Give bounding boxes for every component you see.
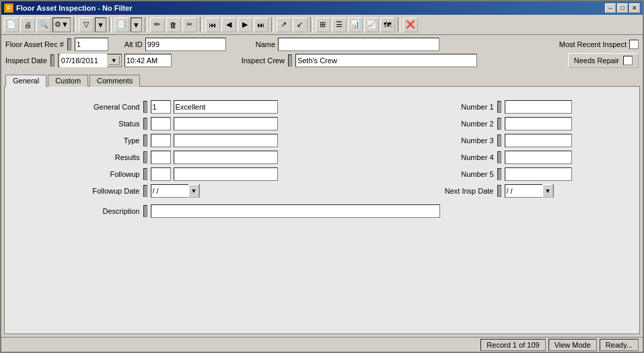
sep3	[145, 17, 147, 32]
inspect-time-input[interactable]	[124, 54, 172, 67]
view-mode-text: View Mode	[554, 341, 591, 349]
title-bar: F Floor Asset Inspection - No Filter – □…	[1, 1, 643, 15]
type-text-input[interactable]	[174, 134, 278, 147]
number4-input[interactable]	[505, 151, 572, 164]
next-insp-date-input[interactable]	[505, 187, 542, 195]
number4-label: Number 4	[440, 153, 494, 161]
general-cond-indicator	[143, 101, 147, 113]
map-button[interactable]: 🗺	[380, 17, 395, 32]
import-button[interactable]: ↙	[293, 17, 308, 32]
most-recent-checkbox[interactable]	[629, 40, 639, 49]
name-input[interactable]	[278, 38, 439, 51]
filter-button[interactable]: ▽	[79, 17, 94, 32]
needs-repair-button[interactable]: Needs Repair	[568, 53, 639, 68]
window-title: Floor Asset Inspection - No Filter	[16, 4, 133, 12]
number5-input[interactable]	[505, 167, 572, 181]
followup-label: Followup	[73, 170, 140, 178]
number3-input[interactable]	[505, 134, 572, 147]
export-button[interactable]: ↗	[277, 17, 291, 32]
followup-row: Followup	[73, 167, 440, 181]
sep7	[398, 17, 400, 32]
chart-button[interactable]: 📈	[364, 17, 379, 32]
pages-dropdown[interactable]: ▼	[131, 17, 142, 32]
delete-button[interactable]: 🗑	[166, 17, 181, 32]
followup-num-input[interactable]	[151, 167, 171, 181]
number3-row: Number 3	[440, 134, 572, 147]
view-mode-panel: View Mode	[548, 339, 597, 351]
status-text-input[interactable]	[174, 117, 278, 130]
minimize-button[interactable]: –	[605, 3, 616, 13]
next-insp-date-label: Next Insp Date	[440, 187, 494, 195]
number5-indicator	[497, 168, 501, 180]
search-dropdown-icon: ⚙▼	[55, 20, 69, 29]
nav-first[interactable]: ⏮	[205, 17, 220, 32]
description-label: Description	[73, 207, 140, 215]
pages-button[interactable]: 📑	[114, 17, 129, 32]
inspect-date-input[interactable]	[60, 54, 107, 67]
close-toolbar-button[interactable]: ❌	[403, 17, 418, 32]
inspect-date-dropdown[interactable]: ▼	[58, 54, 122, 67]
needs-repair-checkbox[interactable]	[623, 56, 633, 65]
close-button[interactable]: ✕	[629, 3, 640, 13]
number1-row: Number 1	[440, 100, 572, 114]
type-row: Type	[73, 134, 440, 147]
ready-text: Ready...	[606, 341, 633, 349]
tab-bar: General Custom Comments	[1, 73, 643, 86]
followup-indicator	[143, 168, 147, 180]
description-input[interactable]	[151, 204, 440, 218]
maximize-button[interactable]: □	[617, 3, 628, 13]
tab-general[interactable]: General	[5, 75, 46, 87]
number1-input[interactable]	[505, 100, 572, 114]
title-bar-left: F Floor Asset Inspection - No Filter	[4, 3, 133, 13]
cut-button[interactable]: ✂	[182, 17, 197, 32]
report-button[interactable]: 📊	[348, 17, 363, 32]
general-cond-text-input[interactable]	[174, 100, 278, 114]
status-indicator	[143, 118, 147, 130]
toolbar: 📄 🖨 🔍 ⚙▼ ▽ ▼ 📑 ▼ ✏ 🗑 ✂ ⏮ ◀ ▶ ⏭ ↗ ↙ ⊞ ☰ 📊…	[1, 15, 643, 35]
date-dropdown-arrow[interactable]: ▼	[108, 56, 120, 65]
title-bar-buttons: – □ ✕	[605, 3, 640, 13]
status-num-input[interactable]	[151, 117, 171, 130]
inspect-crew-indicator	[288, 54, 292, 67]
number2-label: Number 2	[440, 120, 494, 128]
tab-custom[interactable]: Custom	[48, 75, 88, 87]
inspect-date-indicator	[50, 54, 55, 67]
followup-date-indicator	[143, 185, 147, 197]
header-row2: Inspect Date ▼ Inspect Crew Needs Repair	[5, 53, 639, 68]
followup-date-label: Followup Date	[73, 187, 140, 195]
nav-next[interactable]: ▶	[238, 17, 252, 32]
next-insp-date-row: Next Insp Date ▼	[440, 184, 572, 198]
grid-button[interactable]: ⊞	[316, 17, 330, 32]
edit-button[interactable]: ✏	[150, 17, 165, 32]
alt-id-label: Alt ID	[124, 40, 143, 48]
results-text-input[interactable]	[174, 151, 278, 164]
search-button[interactable]: 🔍	[36, 17, 51, 32]
search-dropdown[interactable]: ⚙▼	[52, 17, 71, 32]
next-insp-date-dropdown-btn[interactable]: ▼	[542, 184, 554, 198]
followup-date-dropdown-btn[interactable]: ▼	[188, 184, 200, 198]
general-cond-num-input[interactable]	[151, 100, 171, 114]
number2-input[interactable]	[505, 117, 572, 130]
status-bar: Record 1 of 109 View Mode Ready...	[1, 337, 643, 352]
floor-asset-rec-input[interactable]	[75, 38, 108, 51]
inspect-crew-input[interactable]	[295, 54, 477, 67]
alt-id-input[interactable]	[145, 38, 226, 51]
new-button[interactable]: 📄	[4, 17, 19, 32]
nav-last[interactable]: ⏭	[254, 17, 269, 32]
nav-prev[interactable]: ◀	[221, 17, 236, 32]
number3-label: Number 3	[440, 136, 494, 145]
followup-date-input[interactable]	[151, 187, 188, 195]
filter-dropdown[interactable]: ▼	[95, 17, 106, 32]
status-label: Status	[73, 120, 140, 128]
filter-dropdown-arrow: ▼	[97, 21, 104, 29]
print-button[interactable]: 🖨	[20, 17, 35, 32]
pages-dropdown-arrow: ▼	[133, 21, 140, 29]
followup-text-input[interactable]	[174, 167, 278, 181]
results-num-input[interactable]	[151, 151, 171, 164]
number4-indicator	[497, 151, 501, 163]
tab-comments[interactable]: Comments	[90, 75, 140, 87]
list-button[interactable]: ☰	[332, 17, 347, 32]
status-row: Status	[73, 117, 440, 130]
ready-panel: Ready...	[600, 339, 639, 351]
type-num-input[interactable]	[151, 134, 171, 147]
